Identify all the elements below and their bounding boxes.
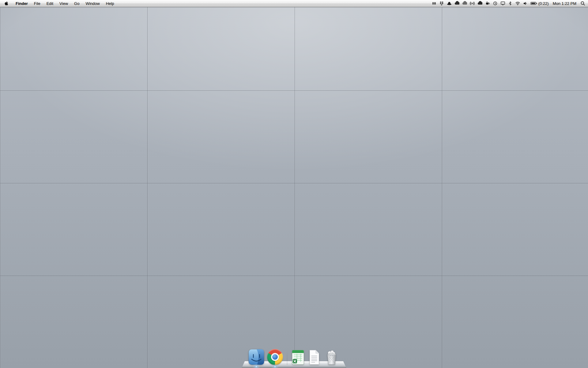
- menu-bar-status-area: (0:22) Mon 1:22 PM: [432, 0, 588, 7]
- menu-clock[interactable]: Mon 1:22 PM: [551, 1, 578, 6]
- desktop-wallpaper: [0, 0, 588, 368]
- apple-logo-icon: [4, 1, 9, 6]
- dock-icons-row: [224, 349, 364, 365]
- apple-menu[interactable]: [0, 0, 13, 7]
- battery-menu-extra[interactable]: (0:22): [530, 0, 549, 7]
- chrome-icon: [267, 349, 283, 365]
- spreadsheet-document-icon: [291, 350, 305, 365]
- caffeine-menu-extra[interactable]: [485, 0, 490, 7]
- menu-item-help[interactable]: Help: [103, 0, 117, 7]
- dock-item-spreadsheet-document[interactable]: [291, 350, 305, 365]
- displays-menu-extra[interactable]: [500, 0, 506, 7]
- alfred-hat-icon: [447, 1, 452, 6]
- menu-bar: Finder File Edit View Go Window Help: [0, 0, 588, 7]
- battery-time-remaining: (0:22): [538, 1, 549, 6]
- menu-bar-left: Finder File Edit View Go Window Help: [0, 0, 117, 7]
- dock-item-trash[interactable]: [324, 349, 340, 365]
- menu-item-window[interactable]: Window: [82, 0, 103, 7]
- dock-item-chrome[interactable]: [267, 349, 283, 365]
- alfred-menu-extra[interactable]: [447, 0, 452, 7]
- menu-item-file[interactable]: File: [31, 0, 43, 7]
- bluetooth-icon: [508, 1, 512, 6]
- text-document-icon: [307, 350, 321, 365]
- bluetooth-menu-extra[interactable]: [508, 0, 513, 7]
- airplay-broadcast-icon: [470, 1, 475, 6]
- battery-icon: [530, 1, 537, 6]
- wifi-icon: [515, 1, 520, 6]
- volume-menu-extra[interactable]: [523, 0, 528, 7]
- menu-item-go[interactable]: Go: [71, 0, 82, 7]
- volume-icon: [523, 1, 528, 6]
- trash-full-icon: [324, 349, 340, 365]
- time-machine-menu-extra[interactable]: [492, 0, 498, 7]
- running-indicator: [254, 366, 258, 367]
- cloudapp-icon: [462, 1, 467, 6]
- time-machine-icon: [493, 1, 498, 6]
- finder-icon: [248, 349, 264, 365]
- istat-menus-menu-extra[interactable]: [432, 0, 437, 7]
- spotlight-menu-extra[interactable]: [580, 0, 586, 7]
- dock-item-text-document[interactable]: [307, 350, 321, 365]
- dock-item-finder[interactable]: [248, 349, 264, 365]
- display-icon: [500, 1, 505, 6]
- running-indicator: [273, 366, 277, 367]
- dock-separator: [287, 350, 287, 365]
- wifi-menu-extra[interactable]: [515, 0, 521, 7]
- dropbox-menu-extra[interactable]: [439, 0, 444, 7]
- cloud-sync-menu-extra[interactable]: [477, 0, 483, 7]
- caffeine-cup-icon: [485, 1, 490, 6]
- menu-item-view[interactable]: View: [56, 0, 71, 7]
- dropbox-icon: [439, 1, 444, 6]
- dock: [224, 345, 364, 368]
- spotlight-search-icon: [580, 1, 585, 6]
- istat-menus-icon: [432, 1, 436, 6]
- menu-item-edit[interactable]: Edit: [43, 0, 56, 7]
- cloud-icon: [454, 1, 459, 6]
- broadcast-menu-extra[interactable]: [469, 0, 475, 7]
- cloud-menu-extra[interactable]: [454, 0, 460, 7]
- cloudapp-menu-extra[interactable]: [462, 0, 467, 7]
- menu-item-finder[interactable]: Finder: [13, 0, 31, 7]
- cloud-sync-icon: [477, 1, 482, 6]
